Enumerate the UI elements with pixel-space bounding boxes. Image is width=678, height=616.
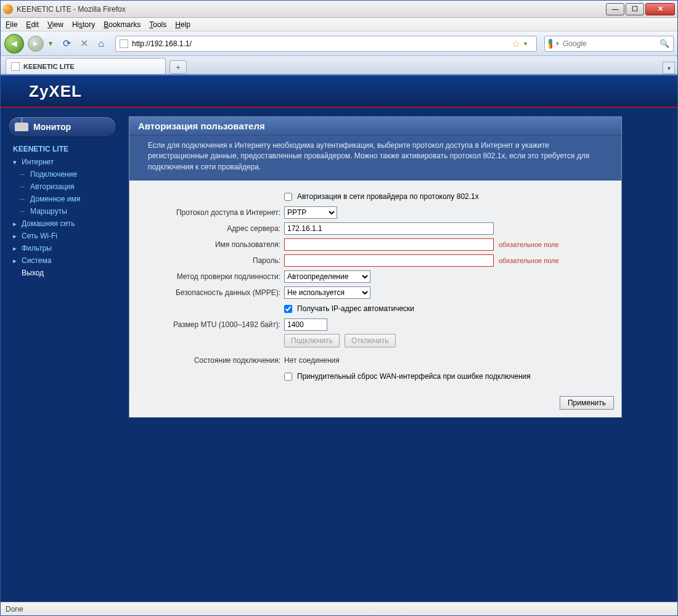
nav-forward-button[interactable]: ►	[28, 36, 44, 52]
sidebar-item-system[interactable]: ▸ Система	[10, 254, 114, 267]
sidebar: Монитор KEENETIC LITE ▾ Интернет – Подкл…	[7, 114, 118, 418]
sidebar-item-label: Фильтры	[22, 244, 52, 253]
browser-search-box[interactable]: ▾ 🔍	[544, 36, 674, 52]
tabs-dropdown-button[interactable]: ▾	[663, 62, 675, 74]
new-tab-button[interactable]: +	[170, 60, 187, 74]
checkbox-auto-ip[interactable]	[284, 305, 292, 313]
apply-button[interactable]: Применить	[560, 396, 614, 410]
sidebar-item-label: Домашняя сеть	[22, 219, 75, 228]
protocol-select[interactable]: PPTP	[284, 206, 337, 219]
sidebar-item-wifi[interactable]: ▸ Сеть Wi-Fi	[10, 230, 114, 242]
tab-keenetic[interactable]: KEENETIC LITE	[6, 58, 166, 74]
sidebar-item-label: Интернет	[22, 158, 54, 166]
nav-history-dropdown[interactable]: ▼	[47, 40, 56, 47]
mppe-label: Безопасность данных (MPPE):	[139, 288, 284, 297]
browser-search-input[interactable]	[563, 39, 656, 48]
brand-logo-text: ZyXEL	[29, 82, 82, 101]
sidebar-item-authorization[interactable]: – Авторизация	[10, 180, 114, 193]
sidebar-item-label: Подключение	[30, 170, 77, 179]
main-panel: Авторизация пользователя Если для подклю…	[129, 116, 622, 418]
sidebar-item-label: Доменное имя	[30, 195, 80, 203]
auth-method-label: Метод проверки подлинности:	[139, 272, 284, 281]
connect-button[interactable]: Подключить	[284, 334, 340, 347]
window-minimize-button[interactable]: —	[606, 3, 624, 15]
sidebar-item-label: Сеть Wi-Fi	[22, 232, 57, 240]
tab-title: KEENETIC LITE	[23, 63, 75, 70]
menu-tools[interactable]: Tools	[149, 20, 166, 29]
expand-icon: ▸	[12, 220, 18, 228]
checkbox-8021x-label: Авторизация в сети провайдера по протоко…	[297, 192, 479, 201]
username-required-text: обязательное поле	[499, 241, 559, 248]
expand-icon: ▸	[12, 245, 18, 253]
sidebar-monitor-button[interactable]: Монитор	[8, 116, 116, 137]
sidebar-root: KEENETIC LITE	[10, 144, 114, 156]
password-required-text: обязательное поле	[499, 257, 559, 264]
sidebar-item-domain-name[interactable]: – Доменное имя	[10, 193, 114, 205]
username-label: Имя пользователя:	[139, 240, 284, 249]
sidebar-item-label: Система	[22, 256, 51, 265]
protocol-label: Протокол доступа в Интернет:	[139, 208, 284, 217]
home-icon[interactable]: ⌂	[94, 37, 108, 51]
checkbox-8021x[interactable]	[284, 193, 292, 201]
sidebar-tree: KEENETIC LITE ▾ Интернет – Подключение –…	[7, 144, 118, 279]
server-input[interactable]	[284, 222, 494, 235]
reload-icon[interactable]: ⟳	[60, 37, 73, 51]
auth-method-select[interactable]: Автоопределение	[284, 270, 370, 283]
page-icon	[120, 39, 128, 48]
statusbar-text: Done	[6, 605, 23, 614]
url-input[interactable]	[132, 38, 508, 49]
sidebar-item-label: Маршруты	[30, 207, 67, 216]
menu-file[interactable]: File	[6, 20, 17, 29]
sidebar-item-internet[interactable]: ▾ Интернет	[10, 156, 114, 168]
brand-header: ZyXEL	[1, 75, 677, 108]
search-icon[interactable]: 🔍	[660, 39, 669, 48]
bookmark-star-icon[interactable]: ☆	[512, 39, 520, 49]
sidebar-item-home-network[interactable]: ▸ Домашняя сеть	[10, 217, 114, 230]
menu-help[interactable]: Help	[175, 20, 190, 29]
google-icon	[549, 39, 552, 49]
tab-page-icon	[11, 62, 20, 71]
sidebar-item-exit[interactable]: ▸ Выход	[10, 267, 114, 279]
nav-back-button[interactable]: ◄	[4, 34, 24, 54]
server-label: Адрес сервера:	[139, 224, 284, 233]
checkbox-force-wan-reset[interactable]	[284, 373, 292, 381]
sidebar-item-label: Выход	[22, 269, 44, 277]
stop-icon[interactable]: ✕	[77, 37, 91, 51]
mppe-select[interactable]: Не используется	[284, 286, 370, 299]
search-engine-dropdown[interactable]: ▾	[556, 40, 559, 47]
menu-bookmarks[interactable]: Bookmarks	[104, 20, 141, 29]
conn-state-value: Нет соединения	[284, 356, 340, 365]
panel-description: Если для подключения к Интернету необход…	[129, 136, 621, 180]
conn-state-label: Состояние подключения:	[139, 356, 284, 365]
checkbox-auto-ip-label: Получать IP-адрес автоматически	[297, 304, 414, 313]
browser-navbar: ◄ ► ▼ ⟳ ✕ ⌂ ☆ ▾ ▾ 🔍	[1, 31, 677, 56]
password-label: Пароль:	[139, 256, 284, 265]
browser-tabbar: KEENETIC LITE + ▾	[1, 56, 677, 75]
menu-view[interactable]: View	[47, 20, 63, 29]
menu-edit[interactable]: Edit	[26, 20, 39, 29]
sidebar-item-filters[interactable]: ▸ Фильтры	[10, 242, 114, 254]
sidebar-item-routes[interactable]: – Маршруты	[10, 205, 114, 217]
window-maximize-button[interactable]: ☐	[626, 3, 644, 15]
sidebar-item-connection[interactable]: – Подключение	[10, 168, 114, 180]
expand-icon: ▸	[12, 257, 18, 265]
auth-form: Авторизация в сети провайдера по протоко…	[129, 180, 621, 391]
sidebar-monitor-label: Монитор	[33, 122, 71, 132]
browser-statusbar: Done	[1, 602, 677, 615]
menu-history[interactable]: History	[72, 20, 95, 29]
mtu-input[interactable]	[284, 318, 327, 331]
username-input[interactable]	[284, 238, 494, 251]
expand-icon: ▸	[12, 232, 18, 240]
window-close-button[interactable]: ✕	[645, 3, 675, 15]
checkbox-force-wan-reset-label: Принудительный сброс WAN-интерфейса при …	[297, 372, 531, 381]
firefox-icon	[3, 4, 13, 14]
disconnect-button[interactable]: Отключить	[345, 334, 396, 347]
password-input[interactable]	[284, 254, 494, 267]
page-body: ZyXEL Монитор KEENETIC LITE ▾ Интернет –	[1, 75, 677, 602]
browser-menubar: File Edit View History Bookmarks Tools H…	[1, 18, 677, 31]
url-bar[interactable]: ☆ ▾	[115, 36, 537, 52]
url-dropdown-icon[interactable]: ▾	[524, 40, 533, 47]
expand-icon: ▾	[12, 158, 18, 166]
router-icon	[15, 123, 28, 131]
mtu-label: Размер MTU (1000–1492 байт):	[139, 320, 284, 329]
